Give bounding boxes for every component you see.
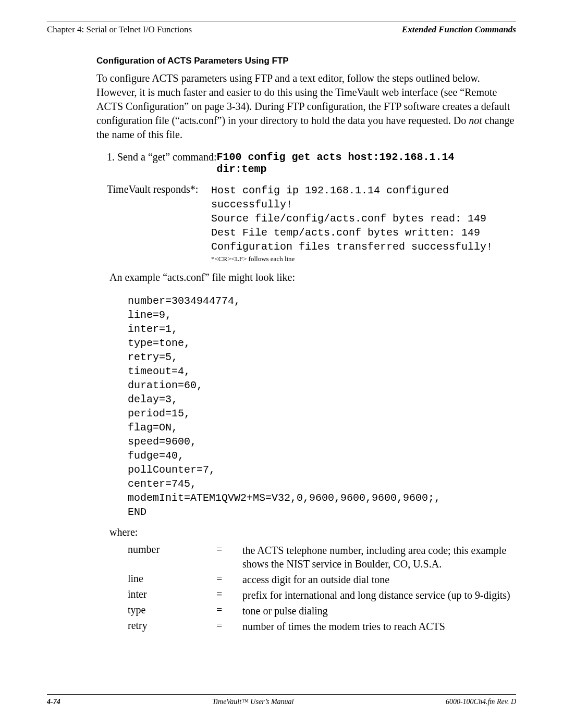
where-label: where: [109,526,516,538]
section-heading: Configuration of ACTS Parameters Using F… [96,56,516,66]
response-column: Host config ip 192.168.1.14 configured s… [211,183,493,263]
response-output: Host config ip 192.168.1.14 configured s… [211,183,493,254]
page-footer: 4-74 TimeVault™ User’s Manual 6000-100Ch… [47,694,516,706]
footer-page-number: 4-74 [47,698,60,706]
def-eq: = [216,588,242,600]
intro-paragraph: To configure ACTS parameters using FTP a… [96,71,516,142]
response-label: TimeVault responds*: [107,183,211,195]
response-row: TimeVault responds*: Host config ip 192.… [107,183,516,263]
step-1-label: 1. Send a “get” command: [107,151,217,163]
step-1: 1. Send a “get” command: F100 config get… [107,151,516,175]
def-desc: prefix for international and long distan… [242,588,516,602]
def-term: retry [128,620,216,632]
acts-conf-example: number=3034944774, line=9, inter=1, type… [128,294,516,519]
response-footnote: *<CR><LF> follows each line [211,255,493,263]
def-term: type [128,604,216,616]
intro-not: not [469,115,482,126]
footer-rule [47,694,516,695]
def-row: inter = prefix for international and lon… [128,588,516,602]
def-desc: number of times the modem tries to reach… [242,620,516,633]
def-desc: the ACTS telephone number, including are… [242,544,516,571]
def-row: type = tone or pulse dialing [128,604,516,618]
def-eq: = [216,573,242,585]
header-left: Chapter 4: Serial or Telnet I/O Function… [47,24,192,35]
def-eq: = [216,544,242,556]
footer-doc-id: 6000-100Ch4.fm Rev. D [446,698,516,706]
footer-row: 4-74 TimeVault™ User’s Manual 6000-100Ch… [47,698,516,706]
step-1-command: F100 config get acts host:192.168.1.14 d… [217,151,455,175]
definitions-list: number = the ACTS telephone number, incl… [128,544,516,633]
def-desc: tone or pulse dialing [242,604,516,618]
def-row: retry = number of times the modem tries … [128,620,516,633]
def-term: number [128,544,216,556]
def-row: number = the ACTS telephone number, incl… [128,544,516,571]
def-eq: = [216,604,242,616]
def-term: inter [128,588,216,600]
content-area: Configuration of ACTS Parameters Using F… [96,56,516,633]
page-header: Chapter 4: Serial or Telnet I/O Function… [47,24,516,35]
def-eq: = [216,620,242,632]
def-term: line [128,573,216,585]
footer-manual-title: TimeVault™ User’s Manual [212,698,293,706]
header-right: Extended Function Commands [402,24,516,35]
def-row: line = access digit for an outside dial … [128,573,516,586]
intro-pre: To configure ACTS parameters using FTP a… [96,72,510,126]
header-rule [47,21,516,21]
example-intro: An example “acts.conf” file might look l… [109,270,516,285]
def-desc: access digit for an outside dial tone [242,573,516,586]
